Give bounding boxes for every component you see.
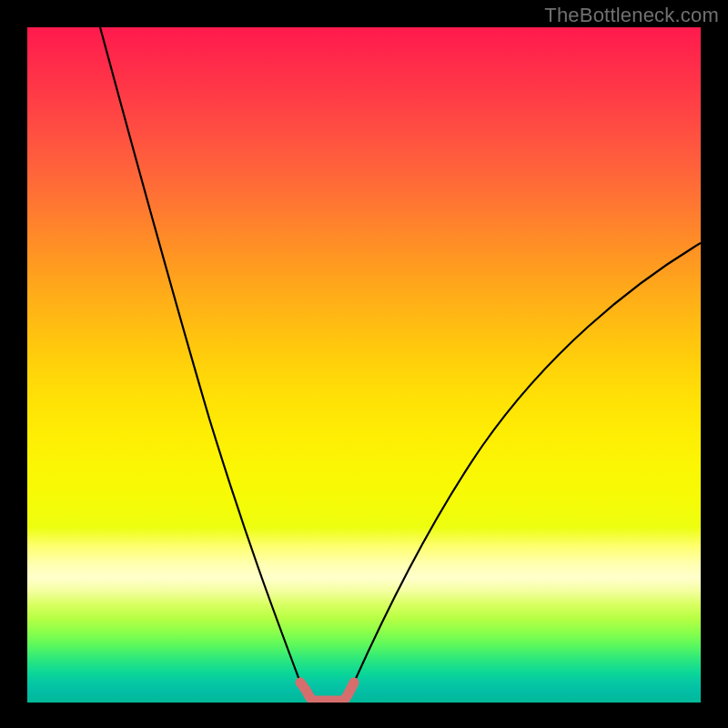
right-branch-line	[354, 243, 701, 682]
curve-svg	[27, 27, 701, 703]
plot-area	[27, 27, 701, 703]
watermark-text: TheBottleneck.com	[544, 4, 719, 27]
left-branch-line	[100, 27, 300, 682]
trough-marker-line	[300, 682, 354, 701]
outer-black-frame: TheBottleneck.com	[0, 0, 728, 728]
